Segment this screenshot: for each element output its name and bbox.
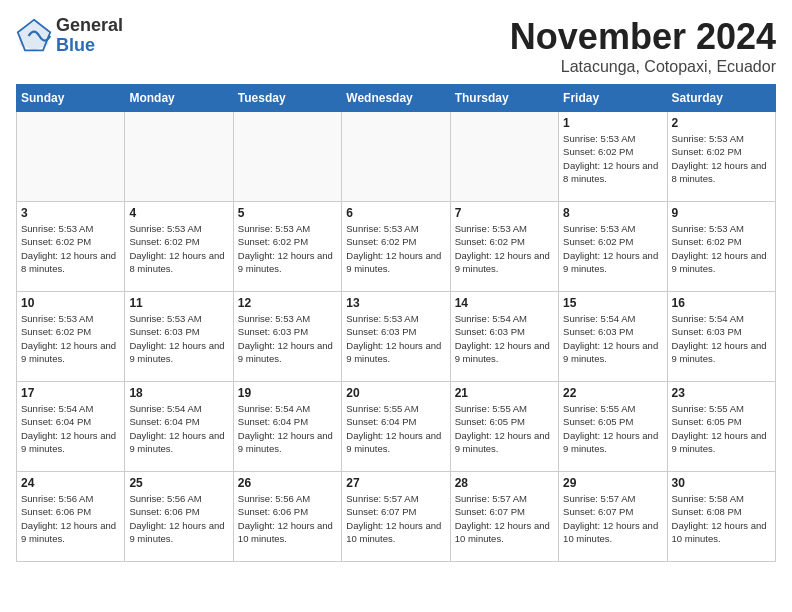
- day-number: 9: [672, 206, 771, 220]
- day-number: 8: [563, 206, 662, 220]
- day-info: Sunrise: 5:53 AMSunset: 6:02 PMDaylight:…: [346, 222, 445, 275]
- day-number: 18: [129, 386, 228, 400]
- calendar-table: SundayMondayTuesdayWednesdayThursdayFrid…: [16, 84, 776, 562]
- calendar-cell: 2Sunrise: 5:53 AMSunset: 6:02 PMDaylight…: [667, 112, 775, 202]
- month-title: November 2024: [510, 16, 776, 58]
- day-info: Sunrise: 5:58 AMSunset: 6:08 PMDaylight:…: [672, 492, 771, 545]
- calendar-cell: 26Sunrise: 5:56 AMSunset: 6:06 PMDayligh…: [233, 472, 341, 562]
- day-number: 20: [346, 386, 445, 400]
- day-info: Sunrise: 5:53 AMSunset: 6:02 PMDaylight:…: [672, 132, 771, 185]
- calendar-week-row: 3Sunrise: 5:53 AMSunset: 6:02 PMDaylight…: [17, 202, 776, 292]
- calendar-week-row: 1Sunrise: 5:53 AMSunset: 6:02 PMDaylight…: [17, 112, 776, 202]
- day-info: Sunrise: 5:54 AMSunset: 6:04 PMDaylight:…: [129, 402, 228, 455]
- day-number: 17: [21, 386, 120, 400]
- calendar-cell: 24Sunrise: 5:56 AMSunset: 6:06 PMDayligh…: [17, 472, 125, 562]
- day-number: 14: [455, 296, 554, 310]
- calendar-header-row: SundayMondayTuesdayWednesdayThursdayFrid…: [17, 85, 776, 112]
- day-number: 23: [672, 386, 771, 400]
- day-info: Sunrise: 5:54 AMSunset: 6:03 PMDaylight:…: [455, 312, 554, 365]
- calendar-cell: 1Sunrise: 5:53 AMSunset: 6:02 PMDaylight…: [559, 112, 667, 202]
- calendar-cell: 10Sunrise: 5:53 AMSunset: 6:02 PMDayligh…: [17, 292, 125, 382]
- day-info: Sunrise: 5:56 AMSunset: 6:06 PMDaylight:…: [129, 492, 228, 545]
- day-info: Sunrise: 5:56 AMSunset: 6:06 PMDaylight:…: [238, 492, 337, 545]
- day-info: Sunrise: 5:53 AMSunset: 6:02 PMDaylight:…: [129, 222, 228, 275]
- day-info: Sunrise: 5:53 AMSunset: 6:03 PMDaylight:…: [129, 312, 228, 365]
- logo-text: General Blue: [56, 16, 123, 56]
- logo: General Blue: [16, 16, 123, 56]
- calendar-cell: 30Sunrise: 5:58 AMSunset: 6:08 PMDayligh…: [667, 472, 775, 562]
- day-number: 4: [129, 206, 228, 220]
- calendar-cell: 14Sunrise: 5:54 AMSunset: 6:03 PMDayligh…: [450, 292, 558, 382]
- calendar-cell: 3Sunrise: 5:53 AMSunset: 6:02 PMDaylight…: [17, 202, 125, 292]
- calendar-cell: 17Sunrise: 5:54 AMSunset: 6:04 PMDayligh…: [17, 382, 125, 472]
- day-number: 3: [21, 206, 120, 220]
- logo-blue: Blue: [56, 36, 123, 56]
- calendar-cell: 29Sunrise: 5:57 AMSunset: 6:07 PMDayligh…: [559, 472, 667, 562]
- day-info: Sunrise: 5:56 AMSunset: 6:06 PMDaylight:…: [21, 492, 120, 545]
- day-number: 2: [672, 116, 771, 130]
- logo-general: General: [56, 16, 123, 36]
- weekday-header: Wednesday: [342, 85, 450, 112]
- calendar-week-row: 10Sunrise: 5:53 AMSunset: 6:02 PMDayligh…: [17, 292, 776, 382]
- page-header: General Blue November 2024 Latacunga, Co…: [16, 16, 776, 76]
- weekday-header: Sunday: [17, 85, 125, 112]
- calendar-cell: 4Sunrise: 5:53 AMSunset: 6:02 PMDaylight…: [125, 202, 233, 292]
- calendar-cell: 12Sunrise: 5:53 AMSunset: 6:03 PMDayligh…: [233, 292, 341, 382]
- calendar-cell: 20Sunrise: 5:55 AMSunset: 6:04 PMDayligh…: [342, 382, 450, 472]
- day-number: 16: [672, 296, 771, 310]
- day-number: 10: [21, 296, 120, 310]
- day-info: Sunrise: 5:53 AMSunset: 6:03 PMDaylight:…: [238, 312, 337, 365]
- day-info: Sunrise: 5:53 AMSunset: 6:02 PMDaylight:…: [21, 312, 120, 365]
- calendar-cell: 9Sunrise: 5:53 AMSunset: 6:02 PMDaylight…: [667, 202, 775, 292]
- day-info: Sunrise: 5:54 AMSunset: 6:04 PMDaylight:…: [238, 402, 337, 455]
- calendar-cell: 23Sunrise: 5:55 AMSunset: 6:05 PMDayligh…: [667, 382, 775, 472]
- day-number: 28: [455, 476, 554, 490]
- day-info: Sunrise: 5:53 AMSunset: 6:02 PMDaylight:…: [563, 132, 662, 185]
- calendar-cell: 22Sunrise: 5:55 AMSunset: 6:05 PMDayligh…: [559, 382, 667, 472]
- day-number: 5: [238, 206, 337, 220]
- calendar-cell: [125, 112, 233, 202]
- day-info: Sunrise: 5:55 AMSunset: 6:05 PMDaylight:…: [455, 402, 554, 455]
- calendar-cell: [342, 112, 450, 202]
- weekday-header: Friday: [559, 85, 667, 112]
- day-info: Sunrise: 5:53 AMSunset: 6:02 PMDaylight:…: [21, 222, 120, 275]
- day-number: 6: [346, 206, 445, 220]
- calendar-week-row: 17Sunrise: 5:54 AMSunset: 6:04 PMDayligh…: [17, 382, 776, 472]
- calendar-cell: 25Sunrise: 5:56 AMSunset: 6:06 PMDayligh…: [125, 472, 233, 562]
- calendar-cell: 28Sunrise: 5:57 AMSunset: 6:07 PMDayligh…: [450, 472, 558, 562]
- calendar-cell: 13Sunrise: 5:53 AMSunset: 6:03 PMDayligh…: [342, 292, 450, 382]
- day-info: Sunrise: 5:57 AMSunset: 6:07 PMDaylight:…: [563, 492, 662, 545]
- day-info: Sunrise: 5:54 AMSunset: 6:04 PMDaylight:…: [21, 402, 120, 455]
- day-number: 21: [455, 386, 554, 400]
- day-number: 22: [563, 386, 662, 400]
- calendar-cell: [450, 112, 558, 202]
- day-number: 24: [21, 476, 120, 490]
- calendar-cell: 15Sunrise: 5:54 AMSunset: 6:03 PMDayligh…: [559, 292, 667, 382]
- day-info: Sunrise: 5:57 AMSunset: 6:07 PMDaylight:…: [346, 492, 445, 545]
- day-info: Sunrise: 5:54 AMSunset: 6:03 PMDaylight:…: [563, 312, 662, 365]
- day-number: 30: [672, 476, 771, 490]
- day-info: Sunrise: 5:53 AMSunset: 6:03 PMDaylight:…: [346, 312, 445, 365]
- day-number: 11: [129, 296, 228, 310]
- day-info: Sunrise: 5:53 AMSunset: 6:02 PMDaylight:…: [238, 222, 337, 275]
- day-number: 29: [563, 476, 662, 490]
- weekday-header: Thursday: [450, 85, 558, 112]
- day-number: 25: [129, 476, 228, 490]
- location-title: Latacunga, Cotopaxi, Ecuador: [510, 58, 776, 76]
- day-number: 13: [346, 296, 445, 310]
- calendar-cell: 18Sunrise: 5:54 AMSunset: 6:04 PMDayligh…: [125, 382, 233, 472]
- calendar-week-row: 24Sunrise: 5:56 AMSunset: 6:06 PMDayligh…: [17, 472, 776, 562]
- calendar-cell: 19Sunrise: 5:54 AMSunset: 6:04 PMDayligh…: [233, 382, 341, 472]
- calendar-cell: 8Sunrise: 5:53 AMSunset: 6:02 PMDaylight…: [559, 202, 667, 292]
- day-number: 26: [238, 476, 337, 490]
- day-info: Sunrise: 5:54 AMSunset: 6:03 PMDaylight:…: [672, 312, 771, 365]
- calendar-cell: 27Sunrise: 5:57 AMSunset: 6:07 PMDayligh…: [342, 472, 450, 562]
- day-number: 27: [346, 476, 445, 490]
- day-number: 12: [238, 296, 337, 310]
- day-info: Sunrise: 5:53 AMSunset: 6:02 PMDaylight:…: [455, 222, 554, 275]
- calendar-cell: 21Sunrise: 5:55 AMSunset: 6:05 PMDayligh…: [450, 382, 558, 472]
- logo-icon: [16, 18, 52, 54]
- calendar-cell: 6Sunrise: 5:53 AMSunset: 6:02 PMDaylight…: [342, 202, 450, 292]
- calendar-cell: [233, 112, 341, 202]
- day-info: Sunrise: 5:53 AMSunset: 6:02 PMDaylight:…: [672, 222, 771, 275]
